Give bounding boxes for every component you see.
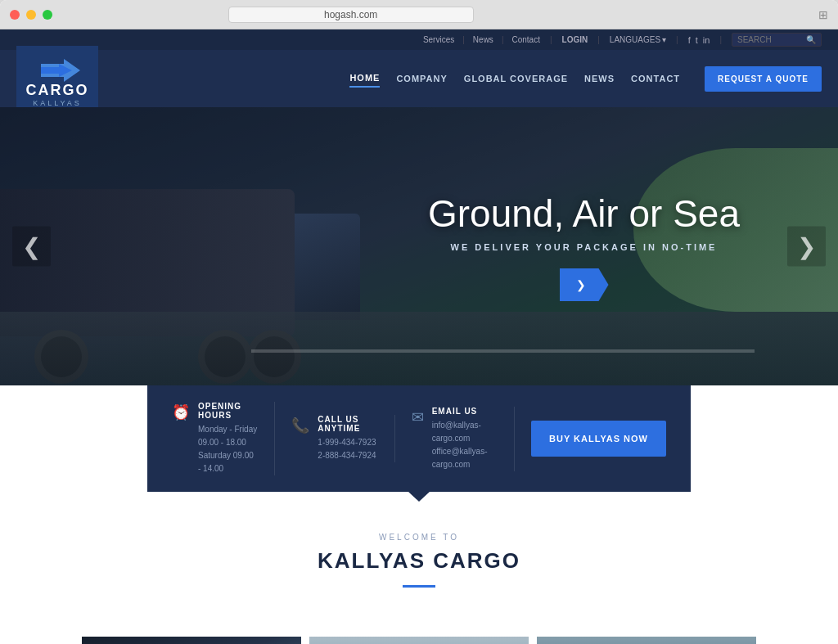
top-bar-nav: Services | News | Contact: [423, 35, 540, 44]
feature-cards: [0, 637, 838, 644]
nav-links: HOME COMPANY GLOBAL COVERAGE NEWS CONTAC…: [349, 66, 822, 92]
contact-link[interactable]: Contact: [511, 35, 539, 44]
request-quote-button[interactable]: REQUEST A QUOTE: [705, 66, 822, 92]
hero-content: Ground, Air or Sea WE DELIVER YOUR PACKA…: [428, 191, 740, 301]
nav-contact[interactable]: CONTACT: [631, 70, 680, 87]
language-selector[interactable]: LANGUAGES ▾: [610, 35, 666, 44]
hero-cta-button[interactable]: ❯: [560, 268, 609, 301]
nav-company[interactable]: COMPANY: [396, 70, 447, 87]
news-link[interactable]: News: [473, 35, 493, 44]
phone-line2: 2-888-434-7924: [318, 449, 377, 462]
welcome-label: WELCOME TO: [16, 533, 822, 542]
logo-icon: [41, 59, 74, 79]
nav-global-coverage[interactable]: GLOBAL COVERAGE: [464, 70, 568, 87]
info-bar: ⏰ OPENING HOURS Monday - Friday 09.00 - …: [147, 385, 691, 492]
phone-icon: 📞: [291, 417, 309, 435]
info-bar-wrapper: ⏰ OPENING HOURS Monday - Friday 09.00 - …: [0, 385, 838, 492]
social-links: f t in: [688, 35, 710, 45]
browser-chrome: hogash.com ⊞: [0, 0, 838, 29]
hero-section: ❮ ❯ Ground, Air or Sea WE DELIVER YOUR P…: [0, 107, 838, 385]
hero-title: Ground, Air or Sea: [428, 191, 740, 236]
main-navigation: CARGO KALLYAS HOME COMPANY GLOBAL COVERA…: [0, 50, 838, 107]
phone-item: 📞 CALL US ANYTIME 1-999-434-7923 2-888-4…: [275, 415, 394, 462]
close-dot[interactable]: [10, 10, 20, 20]
email-item: ✉ EMAIL US info@kallyas-cargo.com office…: [395, 407, 515, 471]
opening-hours-line2: Saturday 09.00 - 14.00: [198, 449, 258, 475]
opening-hours-item: ⏰ OPENING HOURS Monday - Friday 09.00 - …: [172, 402, 275, 475]
nav-news[interactable]: NEWS: [584, 70, 615, 87]
road: [0, 312, 838, 385]
browser-window: hogash.com ⊞ Services | News | Contact |…: [0, 0, 838, 644]
website-content: Services | News | Contact | LOGIN | LANG…: [0, 29, 838, 644]
logo-subtitle: KALLYAS: [33, 99, 82, 107]
clock-icon: ⏰: [172, 403, 190, 421]
linkedin-icon[interactable]: in: [703, 35, 710, 45]
email-icon: ✉: [412, 408, 424, 426]
welcome-section: WELCOME TO KALLYAS CARGO: [0, 492, 838, 637]
opening-hours-title: OPENING HOURS: [198, 402, 258, 420]
hero-next-arrow[interactable]: ❯: [787, 227, 826, 267]
twitter-icon[interactable]: t: [696, 35, 698, 45]
phone-title: CALL US ANYTIME: [318, 415, 377, 433]
nav-home[interactable]: HOME: [349, 70, 380, 88]
login-button[interactable]: LOGIN: [562, 35, 588, 44]
email-title: EMAIL US: [432, 407, 498, 416]
welcome-title: KALLYAS CARGO: [16, 548, 822, 574]
truck-card[interactable]: [82, 637, 301, 644]
search-bar[interactable]: 🔍: [732, 33, 822, 47]
fullscreen-dot[interactable]: [43, 10, 52, 20]
opening-hours-line1: Monday - Friday 09.00 - 18.00: [198, 423, 258, 449]
welcome-divider: [403, 585, 435, 588]
hero-subtitle: WE DELIVER YOUR PACKAGE IN NO-TIME: [428, 242, 740, 252]
minimize-dot[interactable]: [26, 10, 36, 20]
services-link[interactable]: Services: [423, 35, 454, 44]
expand-icon[interactable]: ⊞: [818, 8, 828, 21]
phone-line1: 1-999-434-7923: [318, 436, 377, 449]
logo-text: CARGO: [26, 82, 89, 99]
buy-kallyas-button[interactable]: BUY KALLYAS NOW: [531, 421, 666, 457]
email-line2: office@kallyas-cargo.com: [432, 445, 498, 471]
url-bar[interactable]: hogash.com: [228, 7, 474, 23]
email-line1: info@kallyas-cargo.com: [432, 419, 498, 445]
plane-card[interactable]: [309, 637, 529, 644]
search-input[interactable]: [737, 35, 803, 44]
top-bar: Services | News | Contact | LOGIN | LANG…: [0, 29, 838, 50]
ship-card[interactable]: [537, 637, 756, 644]
search-icon[interactable]: 🔍: [806, 35, 816, 44]
facebook-icon[interactable]: f: [688, 35, 691, 45]
hero-prev-arrow[interactable]: ❮: [12, 227, 51, 267]
